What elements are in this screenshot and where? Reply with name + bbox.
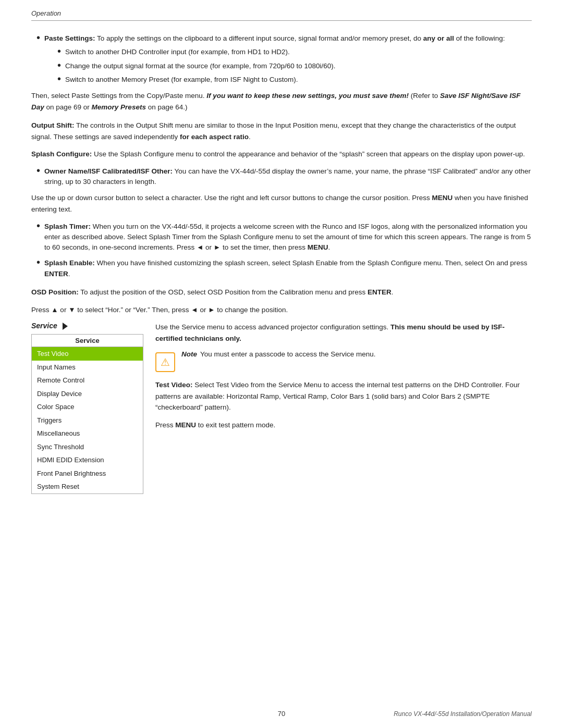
splash-timer-body: When you turn on the VX-44d/-55d, it pro… xyxy=(44,223,531,252)
service-left-col: Service Service Test Video Input Names R… xyxy=(31,322,146,494)
service-menu-item-miscellaneous[interactable]: Miscellaneous xyxy=(32,427,143,440)
paste-para1-bold3: Memory Presets xyxy=(92,103,146,111)
output-shift-title: Output Shift: xyxy=(31,121,74,129)
paste-settings-title: Paste Settings: xyxy=(44,34,95,42)
splash-timer-bold: MENU xyxy=(308,243,328,251)
service-arrow-icon xyxy=(63,323,68,330)
osd-position-text: To adjust the position of the OSD, selec… xyxy=(80,288,368,296)
press-para: Press ▲ or ▼ to select “Hor.” or “Ver.” … xyxy=(31,304,532,316)
osd-position-end: . xyxy=(391,288,394,296)
sub-bullet-dot-2: • xyxy=(57,60,61,70)
paste-settings-bullet: • Paste Settings: To apply the settings … xyxy=(31,33,532,44)
service-menu-item-front-panel[interactable]: Front Panel Brightness xyxy=(32,467,143,480)
cursor-para: Use the up or down cursor button to sele… xyxy=(31,192,532,215)
paste-settings-bold: any or all xyxy=(423,34,454,42)
sub-bullet-text-2: Change the output signal format at the s… xyxy=(65,61,532,71)
paste-settings-intro2: of the following: xyxy=(454,34,505,42)
cursor-text: Use the up or down cursor button to sele… xyxy=(31,194,432,202)
output-shift-bold: for each aspect ratio xyxy=(180,133,249,141)
service-menu-item-hdmi-edid[interactable]: HDMI EDID Extension xyxy=(32,453,143,467)
osd-position-title: OSD Position: xyxy=(31,288,79,296)
owner-name-text: Owner Name/ISF Calibrated/ISF Other: You… xyxy=(44,166,532,188)
note-text-col: NoteYou must enter a passcode to access … xyxy=(181,350,532,358)
cursor-bold: MENU xyxy=(432,194,452,202)
osd-position-bold: ENTER xyxy=(368,288,391,296)
sub-bullet-1: • Switch to another DHD Controller input… xyxy=(52,47,532,57)
splash-timer-dot: • xyxy=(36,220,40,231)
splash-timer-bullet: • Splash Timer: When you turn on the VX-… xyxy=(31,221,532,253)
service-menu-item-test-video[interactable]: Test Video xyxy=(32,347,143,361)
paste-para1-pre: Then, select Paste Settings from the Cop… xyxy=(31,92,206,100)
note-box: NoteYou must enter a passcode to access … xyxy=(155,350,532,372)
paste-settings-intro: To apply the settings on the clipboard t… xyxy=(97,34,423,42)
paste-para1-post3: on page 64.) xyxy=(146,103,188,111)
note-icon xyxy=(155,352,175,372)
service-label: Service xyxy=(31,322,57,330)
service-label-wrapper: Service xyxy=(31,322,146,330)
output-shift-text: The controls in the Output Shift menu ar… xyxy=(31,121,516,141)
splash-timer-text: Splash Timer: When you turn on the VX-44… xyxy=(44,221,532,253)
paste-settings-section: • Paste Settings: To apply the settings … xyxy=(31,33,532,113)
page-header: Operation xyxy=(0,0,563,20)
service-menu-item-input-names[interactable]: Input Names xyxy=(32,361,143,374)
splash-enable-bold: ENTER xyxy=(44,270,68,278)
service-menu-item-sync-threshold[interactable]: Sync Threshold xyxy=(32,440,143,454)
splash-config-text: Use the Splash Configure menu to control… xyxy=(94,150,525,158)
page-footer: 70 Runco VX-44d/-55d Installation/Operat… xyxy=(0,710,563,718)
splash-enable-body: When you have finished customizing the s… xyxy=(97,259,528,267)
footer-page-number: 70 xyxy=(278,710,285,718)
paste-para1-bold1: If you want to keep these new settings, … xyxy=(206,92,409,100)
press-menu-pre: Press xyxy=(155,421,175,429)
test-video-text: Select Test Video from the Service Menu … xyxy=(155,381,520,411)
sub-bullet-dot-1: • xyxy=(57,46,61,56)
service-menu-item-color-space[interactable]: Color Space xyxy=(32,400,143,414)
splash-enable-end: . xyxy=(68,270,70,278)
press-menu-para: Press MENU to exit test pattern mode. xyxy=(155,419,532,431)
footer-right-text: Runco VX-44d/-55d Installation/Operation… xyxy=(394,710,532,718)
note-label: Note xyxy=(181,350,197,358)
sub-bullet-text-1: Switch to another DHD Controller input (… xyxy=(65,47,532,57)
service-menu-item-system-reset[interactable]: System Reset xyxy=(32,480,143,493)
service-text-para: Use the Service menu to access advanced … xyxy=(155,322,532,344)
paste-para1-post: (Refer to xyxy=(409,92,440,100)
service-menu-item-remote-control[interactable]: Remote Control xyxy=(32,374,143,387)
paste-settings-text: Paste Settings: To apply the settings on… xyxy=(44,33,532,44)
service-section: Service Service Test Video Input Names R… xyxy=(31,322,532,494)
service-right-col: Use the Service menu to access advanced … xyxy=(146,322,532,494)
paste-para1-post2: on page 69 or xyxy=(44,103,92,111)
output-shift-end: . xyxy=(249,133,251,141)
osd-position-para: OSD Position: To adjust the position of … xyxy=(31,287,532,298)
sub-bullet-dot-3: • xyxy=(57,73,61,84)
output-shift-para: Output Shift: The controls in the Output… xyxy=(31,120,532,142)
sub-bullet-text-3: Switch to another Memory Preset (for exa… xyxy=(65,75,532,85)
service-menu-item-triggers[interactable]: Triggers xyxy=(32,414,143,427)
test-video-title: Test Video: xyxy=(155,381,193,389)
splash-enable-text: Splash Enable: When you have finished cu… xyxy=(44,258,532,279)
header-label: Operation xyxy=(31,9,61,17)
press-menu-end: to exit test pattern mode. xyxy=(196,421,275,429)
owner-name-bullet: • Owner Name/ISF Calibrated/ISF Other: Y… xyxy=(31,166,532,188)
owner-bullet-dot: • xyxy=(36,165,40,176)
sub-bullets: • Switch to another DHD Controller input… xyxy=(31,47,532,85)
service-menu-header: Service xyxy=(32,335,143,347)
main-content: • Paste Settings: To apply the settings … xyxy=(0,21,563,504)
splash-enable-dot: • xyxy=(36,257,40,267)
service-menu-item-display-device[interactable]: Display Device xyxy=(32,387,143,401)
splash-timer-end: . xyxy=(328,243,330,251)
sub-bullet-2: • Change the output signal format at the… xyxy=(52,61,532,71)
note-text: You must enter a passcode to access the … xyxy=(200,350,375,358)
service-text-pre: Use the Service menu to access advanced … xyxy=(155,323,390,331)
sub-bullet-3: • Switch to another Memory Preset (for e… xyxy=(52,75,532,85)
service-menu-box: Service Test Video Input Names Remote Co… xyxy=(31,334,143,494)
paste-para1: Then, select Paste Settings from the Cop… xyxy=(31,90,532,113)
test-video-para: Test Video: Select Test Video from the S… xyxy=(155,379,532,413)
press-menu-bold: MENU xyxy=(175,421,196,429)
splash-enable-title: Splash Enable: xyxy=(44,259,95,267)
splash-config-para: Splash Configure: Use the Splash Configu… xyxy=(31,149,532,160)
splash-config-title: Splash Configure: xyxy=(31,150,92,158)
splash-enable-bullet: • Splash Enable: When you have finished … xyxy=(31,258,532,279)
owner-name-title: Owner Name/ISF Calibrated/ISF Other: xyxy=(44,167,173,175)
splash-timer-title: Splash Timer: xyxy=(44,223,91,230)
page: Operation • Paste Settings: To apply the… xyxy=(0,0,563,728)
note-icon-inner xyxy=(155,352,175,372)
